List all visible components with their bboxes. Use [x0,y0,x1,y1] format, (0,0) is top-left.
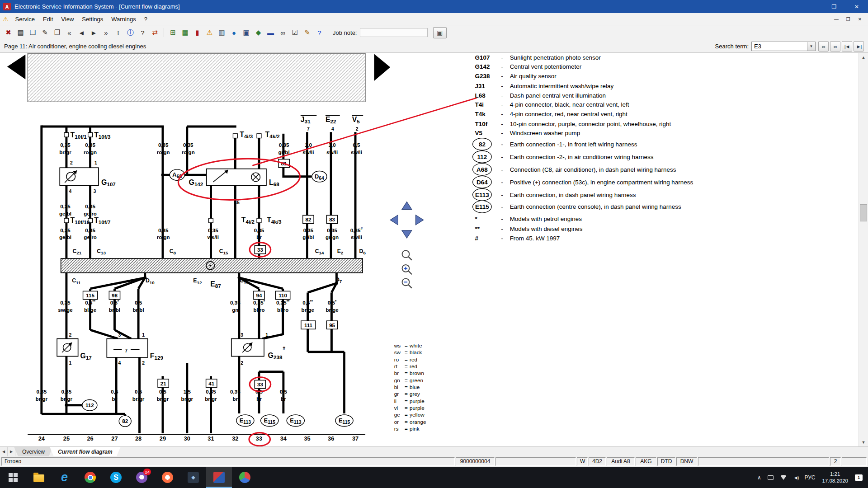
prev-document-icon[interactable]: |◄ [842,41,852,52]
prev-page-icon[interactable]: ◄ [76,27,87,38]
scroll-down-icon[interactable]: ▼ [859,438,868,446]
exit-icon[interactable]: ✖ [3,27,14,38]
taskbar-chrome[interactable] [77,467,103,488]
pan-up-button[interactable] [402,202,412,210]
legend-code: L68 [475,92,486,99]
search-doc-icon[interactable]: ∞ [277,27,288,38]
pin-number: 2 [142,361,145,366]
zoom-out-icon[interactable] [402,278,412,288]
tab-bar: ◀ ▶ OverviewCurrent flow diagram [0,446,868,456]
previous-page-arrow[interactable] [7,55,25,80]
show-desktop-button[interactable] [866,467,868,488]
manual-icon[interactable]: ▮ [192,27,203,38]
taskbar-esi-app[interactable] [206,467,232,488]
legend-dash: - [501,101,503,108]
copy-doc-icon[interactable]: ❐ [52,27,63,38]
component-label: L68 [269,178,279,187]
menu-item-edit[interactable]: Edit [39,14,57,24]
next-page-arrow[interactable] [374,54,391,81]
tab-current-flow-diagram[interactable]: Current flow diagram [50,447,121,456]
globe-icon[interactable]: ● [228,27,240,38]
mdi-close-button[interactable]: ✕ [854,15,865,23]
menu-item-help[interactable]: ? [140,14,151,24]
taskbar-chat-app[interactable]: 24 [129,467,155,488]
info-icon[interactable]: ⓘ [125,27,136,38]
add-doc-icon[interactable]: ⊞ [167,27,179,38]
menu-item-warnings[interactable]: Warnings [107,14,140,24]
mdi-minimize-button[interactable]: — [831,15,842,23]
transfer-icon[interactable]: ⇄ [149,27,160,38]
combo-dropdown-icon[interactable]: ▼ [807,42,815,51]
last-page-icon[interactable]: » [100,27,112,38]
status-field-6: AKG [636,457,656,466]
menu-item-settings[interactable]: Settings [78,14,107,24]
network-icon[interactable] [764,467,777,488]
goto-icon[interactable]: t [113,27,124,38]
tab-scroll-left[interactable]: ◀ [0,447,8,456]
zoom-in-icon[interactable] [402,265,412,274]
color-name: black [410,349,422,355]
job-note-label: Job note: [333,29,357,36]
connector-label: E12 [193,278,202,285]
vehicle-icon[interactable]: ▬ [265,27,276,38]
find-in-docs-icon[interactable]: ∞ [830,41,840,52]
volume-icon[interactable]: ◄) [790,467,802,488]
find-icon[interactable]: ∞ [818,41,829,52]
pan-right-button[interactable] [416,215,424,225]
menu-item-view[interactable]: View [57,14,78,24]
print-icon[interactable]: ▤ [15,27,26,38]
tab-overview[interactable]: Overview [14,447,53,456]
status-field-7: DTD [657,457,675,466]
zoom-tool-icon[interactable] [402,250,412,260]
taskbar-browser[interactable] [155,467,180,488]
legend-description: Automatic intermittent wash/wipe relay [510,83,614,89]
maximize-button[interactable]: ❐ [823,0,845,13]
mdi-restore-button[interactable]: ❐ [843,15,854,23]
manual-help-icon[interactable]: ? [314,27,325,38]
color-equals: = [405,405,408,411]
next-document-icon[interactable]: ►| [854,41,864,52]
tab-scroll-right[interactable]: ▶ [8,447,15,456]
first-page-icon[interactable]: « [64,27,75,38]
vertical-scrollbar[interactable]: ▲ ▼ [859,53,868,446]
screen-icon[interactable]: ▣ [241,27,252,38]
pin-number: 2 [70,160,73,165]
legend-description: Models with petrol engines [510,216,582,222]
scroll-up-icon[interactable]: ▲ [859,53,868,61]
scrollbar-thumb[interactable] [860,204,867,221]
wifi-icon[interactable] [777,467,790,488]
pin-number: 7 [125,348,127,353]
toolbar-separator [164,28,164,37]
pan-left-button[interactable] [390,215,398,225]
minimize-button[interactable]: — [800,0,823,13]
next-page-icon[interactable]: ► [88,27,99,38]
hidden-icons-chevron[interactable]: ∧ [754,467,764,488]
parts-icon[interactable]: ▦ [179,27,191,38]
checklist-icon[interactable]: ☑ [289,27,301,38]
taskbar-explorer[interactable] [26,467,52,488]
taskbar-edge[interactable]: e [52,467,77,488]
menu-item-service[interactable]: Service [11,14,39,24]
pan-down-button[interactable] [402,230,412,238]
action-center-icon[interactable]: 1 [852,467,866,488]
component-icon[interactable]: ◆ [253,27,264,38]
note-icon[interactable]: ✎ [302,27,313,38]
start-button[interactable] [0,467,26,488]
taskbar-media-app[interactable] [232,467,258,488]
taskbar-dev-tool[interactable]: ◆ [180,467,206,488]
component-label: G107 [101,178,116,187]
case-button[interactable]: ▣ [433,27,447,38]
warning-doc-icon[interactable]: ⚠ [204,27,215,38]
language-indicator[interactable]: РУС [801,467,818,488]
taskbar-skype[interactable]: S [103,467,129,488]
color-equals: = [405,384,408,390]
search-term-combobox[interactable]: E3 ▼ [751,42,816,51]
table-icon[interactable]: ▥ [216,27,227,38]
close-button[interactable]: ✕ [845,0,868,13]
clock[interactable]: 1:21 17.08.2020 [818,467,852,488]
help-icon[interactable]: ? [137,27,148,38]
wire-color: br [112,396,118,402]
job-note-field[interactable] [360,28,428,37]
new-doc-icon[interactable]: ❏ [27,27,38,38]
edit-doc-icon[interactable]: ✎ [39,27,51,38]
